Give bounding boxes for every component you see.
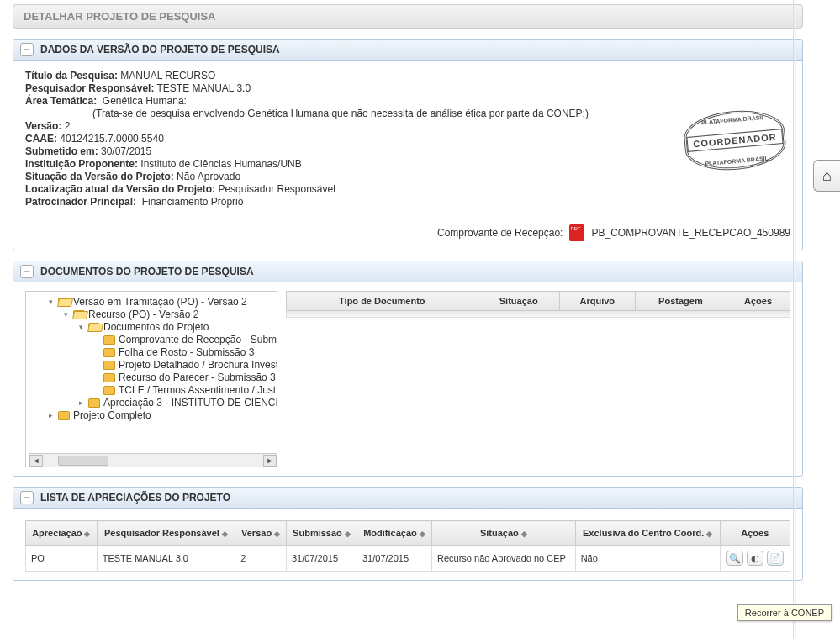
col-acoes2: Ações xyxy=(720,521,790,546)
tree-node-projeto-completo[interactable]: ▸Projeto Completo xyxy=(46,409,151,421)
folder-open-icon xyxy=(73,310,85,319)
collapse-button-aprec[interactable]: − xyxy=(20,491,34,504)
folder-icon xyxy=(103,373,115,382)
col-submissao[interactable]: Submissão◆ xyxy=(286,521,357,546)
page-title: DETALHAR PROJETO DE PESQUISA xyxy=(13,4,803,29)
col-arquivo[interactable]: Arquivo xyxy=(559,292,635,311)
label-titulo: Título da Pesquisa: xyxy=(25,70,118,82)
home-icon: ⌂ xyxy=(822,167,832,185)
value-area: Genética Humana: xyxy=(103,95,187,107)
scroll-thumb[interactable] xyxy=(58,456,108,466)
label-caae: CAAE: xyxy=(25,133,57,145)
action-detail-button[interactable]: 🔍 xyxy=(726,551,743,566)
folder-open-icon xyxy=(58,298,70,307)
tree-leaf-projeto-detalhado[interactable]: Projeto Detalhado / Brochura Investigado xyxy=(92,359,277,371)
col-modificacao[interactable]: Modificação◆ xyxy=(357,521,431,546)
receipt-label: Comprovante de Recepção: xyxy=(437,227,563,239)
label-sit: Situação da Versão do Projeto: xyxy=(25,171,174,182)
tree-leaf-folha-rosto[interactable]: Folha de Rosto - Submissão 3 xyxy=(92,346,254,358)
folder-icon xyxy=(58,411,70,420)
panel-aprec-title: LISTA DE APRECIAÇÕES DO PROJETO xyxy=(40,492,230,504)
apreciacoes-table: Apreciação◆ Pesquisador Responsável◆ Ver… xyxy=(25,520,790,572)
value-titulo: MANUAL RECURSO xyxy=(120,70,215,82)
cell-versao: 2 xyxy=(235,546,287,572)
sort-icon: ◆ xyxy=(84,530,90,538)
tree-leaf-comprovante[interactable]: Comprovante de Recepção - Submissão xyxy=(92,334,277,345)
tree-label: Documentos do Projeto xyxy=(103,321,209,333)
cell-exclusiva: Não xyxy=(575,546,720,572)
panel-docs-title: DOCUMENTOS DO PROJETO DE PESQUISA xyxy=(40,266,254,277)
panel-aprec-header: − LISTA DE APRECIAÇÕES DO PROJETO xyxy=(13,488,802,509)
cell-submissao: 31/07/2015 xyxy=(286,546,357,572)
tree-label: Folha de Rosto - Submissão 3 xyxy=(119,346,254,358)
label-pesq: Pesquisador Responsável: xyxy=(25,82,154,94)
value-caae: 40124215.7.0000.5540 xyxy=(60,133,163,145)
tree-node-apreciacao3[interactable]: ▸Apreciação 3 - INSTITUTO DE CIENCIAS HU xyxy=(77,397,277,409)
tree-horizontal-scrollbar[interactable]: ◄ ► xyxy=(29,453,277,467)
col-situacao[interactable]: Situação xyxy=(478,292,559,311)
action-recurso-conep-button[interactable]: 📄 xyxy=(767,551,784,566)
stamp-bottom: PLATAFORMA BRASIL xyxy=(705,156,769,167)
panel-dados-header: − DADOS DA VERSÃO DO PROJETO DE PESQUISA xyxy=(13,40,802,61)
label-loc: Localização atual da Versão do Projeto: xyxy=(25,183,215,195)
tree-label: Versão em Tramitação (PO) - Versão 2 xyxy=(73,296,247,308)
collapse-button-dados[interactable]: − xyxy=(20,43,34,56)
documents-table-empty-row xyxy=(286,311,790,318)
sort-icon: ◆ xyxy=(706,530,712,538)
value-patr: Financiamento Próprio xyxy=(142,196,244,208)
stamp-main: COORDENADOR xyxy=(687,129,784,152)
tree-node-documentos-projeto[interactable]: ▾Documentos do Projeto xyxy=(77,321,277,333)
cell-situacao: Recurso não Aprovado no CEP xyxy=(432,546,576,572)
label-versao: Versão: xyxy=(25,120,61,132)
panel-docs-header: − DOCUMENTOS DO PROJETO DE PESQUISA xyxy=(13,261,802,282)
panel-dados: − DADOS DA VERSÃO DO PROJETO DE PESQUISA… xyxy=(13,39,803,250)
value-subm: 30/07/2015 xyxy=(101,145,151,157)
tree-node-versao-tramitacao[interactable]: ▾Versão em Tramitação (PO) - Versão 2 xyxy=(46,296,277,308)
folder-open-icon xyxy=(88,323,100,332)
col-tipo-documento[interactable]: Tipo de Documento xyxy=(287,292,478,311)
col-apreciacao[interactable]: Apreciação◆ xyxy=(26,521,98,546)
collapse-button-docs[interactable]: − xyxy=(20,265,34,278)
home-tab-button[interactable]: ⌂ xyxy=(813,160,840,192)
tree-leaf-tcle[interactable]: TCLE / Termos Assentimento / Justificati xyxy=(92,384,277,396)
value-loc: Pesquisador Responsável xyxy=(218,183,335,195)
folder-icon xyxy=(103,348,115,357)
tree-label: TCLE / Termos Assentimento / Justificati xyxy=(119,384,277,396)
folder-icon xyxy=(103,386,115,395)
scroll-right-arrow-icon[interactable]: ► xyxy=(263,455,277,467)
label-area: Área Temática: xyxy=(25,95,97,107)
sort-icon: ◆ xyxy=(274,530,280,538)
col-situacao2[interactable]: Situação◆ xyxy=(432,521,576,546)
sort-icon: ◆ xyxy=(345,530,351,538)
cell-apreciacao: PO xyxy=(26,546,98,572)
value-area-detail: (Trata-se de pesquisa envolvendo Genétic… xyxy=(92,108,589,119)
panel-apreciacoes: − LISTA DE APRECIAÇÕES DO PROJETO Apreci… xyxy=(13,487,803,581)
col-postagem[interactable]: Postagem xyxy=(635,292,726,311)
folder-icon xyxy=(88,398,100,408)
tree-label: Comprovante de Recepção - Submissão xyxy=(119,334,277,345)
col-versao[interactable]: Versão◆ xyxy=(235,521,287,546)
label-subm: Submetido em: xyxy=(25,145,98,157)
sort-icon: ◆ xyxy=(222,530,228,538)
tooltip-recorrer-conep: Recorrer à CONEP xyxy=(737,604,832,621)
receipt-file-link[interactable]: PB_COMPROVANTE_RECEPCAO_450989 xyxy=(591,227,790,239)
action-history-button[interactable]: ◐ xyxy=(747,551,763,566)
tree-label: Projeto Detalhado / Brochura Investigado xyxy=(119,359,277,371)
folder-icon xyxy=(103,335,115,345)
col-pesq-resp[interactable]: Pesquisador Responsável◆ xyxy=(97,521,235,546)
document-tree[interactable]: ▾Versão em Tramitação (PO) - Versão 2 ▾R… xyxy=(25,291,277,467)
tree-leaf-recurso-parecer[interactable]: Recurso do Parecer - Submissão 3 xyxy=(92,372,276,383)
pdf-icon[interactable] xyxy=(569,224,584,241)
scroll-left-arrow-icon[interactable]: ◄ xyxy=(29,455,43,467)
col-acoes[interactable]: Ações xyxy=(726,292,790,311)
table-row: PO TESTE MANUAL 3.0 2 31/07/2015 31/07/2… xyxy=(26,546,790,572)
cell-modificacao: 31/07/2015 xyxy=(357,546,431,572)
tree-node-recurso[interactable]: ▾Recurso (PO) - Versão 2 xyxy=(61,308,277,320)
tree-label: Recurso do Parecer - Submissão 3 xyxy=(119,372,276,383)
tree-label: Apreciação 3 - INSTITUTO DE CIENCIAS HU xyxy=(103,397,277,409)
documents-table: Tipo de Documento Situação Arquivo Posta… xyxy=(286,291,790,311)
cell-pesq: TESTE MANUAL 3.0 xyxy=(97,546,235,572)
folder-icon xyxy=(103,361,115,370)
col-exclusiva[interactable]: Exclusiva do Centro Coord.◆ xyxy=(575,521,720,546)
value-versao: 2 xyxy=(65,120,71,132)
